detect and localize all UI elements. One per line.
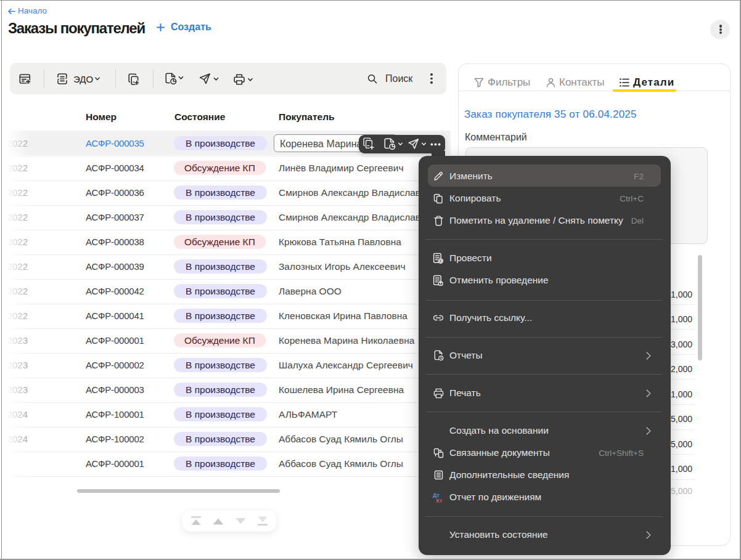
svg-text:Кт: Кт bbox=[436, 497, 443, 503]
